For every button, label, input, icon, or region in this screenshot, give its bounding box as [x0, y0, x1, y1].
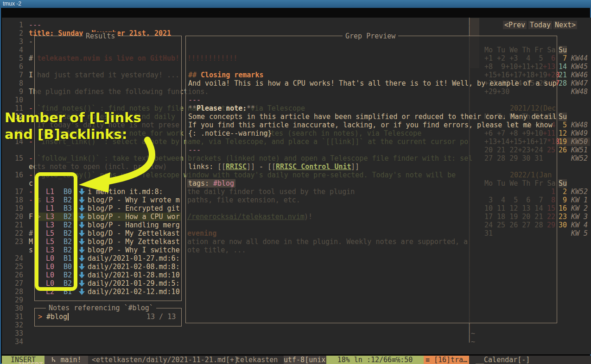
line-number: 18	[15, 196, 23, 204]
nvim-area: ---title: Sunday, November 21st, 2021-#t…	[2, 18, 591, 354]
calendar-sunday[interactable]: 7	[559, 54, 567, 63]
result-filename[interactable]: daily/2021-02-12.md:10	[88, 288, 180, 296]
calendar-week-number: KW50	[571, 138, 588, 146]
calendar-sunday[interactable]: 9	[559, 196, 567, 204]
line-number: 9	[15, 88, 23, 96]
calendar-sunday[interactable]: 23	[559, 213, 567, 221]
result-filename[interactable]: blog/D - My Zettelkast	[88, 229, 180, 238]
result-filename[interactable]: blog/D - My Zettelkast	[88, 238, 180, 246]
line-number: 2	[15, 29, 23, 38]
annotation-line1: Number of [L]inks	[5, 109, 141, 126]
calendar-week-number: KW48	[571, 121, 588, 129]
preview-text: #blog	[213, 179, 234, 188]
plugin-name: telekasten	[236, 356, 282, 364]
line-number: 33	[15, 329, 23, 338]
statusline: INSERT main! <ettelkasten/daily/2021-11-…	[2, 356, 591, 364]
calendar-sunday[interactable]: 16	[559, 204, 567, 213]
preview-text: {: .notice--warning}	[188, 129, 272, 138]
preview-text: Some concepts in this article have been …	[188, 113, 557, 121]
preview-text: RRISC	[226, 163, 247, 171]
result-filename[interactable]: blog/P - How a CPU wor	[88, 213, 180, 221]
calendar-sunday[interactable]: 30	[559, 221, 567, 229]
preview-text: [[	[267, 163, 276, 171]
calendar-week-number: KW48	[571, 88, 588, 96]
preview-text: ---	[188, 146, 201, 154]
line-number: 22	[15, 229, 23, 238]
line-number: 26	[15, 271, 23, 279]
calendar-nav-prev[interactable]: <Prev	[503, 21, 527, 29]
buffer-text: -	[29, 196, 33, 204]
prompt-title: Notes referencing `#blog`	[46, 304, 156, 312]
result-filename[interactable]: daily/2021-01-29.md:5:	[88, 279, 180, 288]
line-number: 20	[15, 213, 23, 221]
preview-text: **	[188, 104, 197, 113]
trailing-whitespace-warning[interactable]: ≡ [16]tra…	[424, 356, 469, 364]
calendar-sunday[interactable]: 28	[559, 79, 567, 88]
calendar-week-number: KW51	[571, 146, 588, 154]
calendar-sunday[interactable]: 19	[559, 138, 567, 146]
empty-line-tilde: ~	[471, 329, 475, 338]
preview-text: -	[259, 163, 263, 171]
line-number: 17	[15, 188, 23, 196]
calendar-sunday[interactable]: 2	[559, 188, 567, 196]
tmux-title: tmux -2	[3, 0, 21, 7]
preview-text: links:	[188, 163, 217, 171]
buffer-text: #	[29, 229, 33, 238]
line-number: 10	[15, 96, 23, 104]
calendar-week-number: KW47	[571, 79, 588, 88]
line-number: 32	[15, 321, 23, 329]
result-filename[interactable]: blog/P - Handling merg	[88, 221, 180, 229]
result-filename[interactable]: i mention it.md:8:	[88, 188, 163, 196]
calendar-nav-next[interactable]: Next>	[553, 21, 577, 29]
result-filename[interactable]: daily/2021-02-08.md:8:	[88, 263, 180, 271]
filename: <ettelkasten/daily/2021-11-21.md[+]	[92, 356, 245, 364]
buffer-text: -	[29, 38, 33, 46]
calendar-sunday-header: Su	[559, 113, 567, 121]
calendar-nav-today[interactable]: Today	[528, 21, 552, 29]
line-number: 4	[15, 46, 23, 54]
line-number: 23	[15, 238, 23, 246]
preview-text: And voila! This is how a CPU works! That…	[188, 79, 557, 88]
terminal-frame: ---title: Sunday, November 21st, 2021-#t…	[0, 8, 591, 364]
calendar-sunday[interactable]: 14	[559, 63, 567, 71]
calendar-week-number: KW46	[571, 71, 588, 79]
calendar-week-number: KW49	[571, 129, 588, 138]
calendar-sunday[interactable]: 5	[559, 121, 567, 129]
annotation-line2: and [B]acklinks:	[5, 126, 127, 143]
tmux-titlebar: tmux -2	[0, 0, 591, 8]
encoding-segment: utf-8[unix]	[284, 356, 326, 364]
calendar-sunday[interactable]: 12	[559, 129, 567, 138]
line-number: 3	[15, 38, 23, 46]
calendar-sunday-header: Su	[559, 46, 567, 54]
result-filename[interactable]: blog/P - Why I wrote m	[88, 196, 180, 204]
calendar-week-number: KW52	[571, 154, 588, 163]
preview-text: ---	[188, 96, 201, 104]
line-number: 19	[15, 204, 23, 213]
buffer-text: -	[29, 171, 33, 179]
preview-title: Grep Preview	[343, 32, 398, 40]
prompt-input[interactable]: #blog	[46, 313, 67, 321]
calendar-sunday[interactable]: 26	[559, 146, 567, 154]
result-filename[interactable]: blog/P - Why I switche	[88, 246, 180, 254]
preview-text: tags:	[188, 179, 213, 188]
line-number: 25	[15, 263, 23, 271]
line-number: 8	[15, 79, 23, 88]
calendar-sunday[interactable]: 21	[559, 71, 567, 79]
calendar-statusline: __Calendar[-]	[476, 356, 591, 364]
result-filename[interactable]: blog/P - Encrypted git	[88, 204, 180, 213]
buffer-text: #	[29, 54, 33, 63]
line-number: 7	[15, 71, 23, 79]
preview-text: [[	[217, 163, 226, 171]
calendar-week-number: KW52	[571, 188, 588, 196]
result-filename[interactable]: daily/2021-01-27.md:6:	[88, 254, 180, 263]
annotation-highlight-box	[35, 172, 77, 291]
calendar-week-number: KW44	[571, 54, 588, 63]
buffer-text: ---	[29, 21, 41, 29]
calendar-week-number: KW 4	[571, 221, 588, 229]
buffer-text: -	[29, 154, 33, 163]
calendar-sunday-header: Su	[559, 179, 567, 188]
calendar-week-number: KW 1	[571, 196, 588, 204]
buffer-text: F	[29, 213, 33, 221]
results-title: Results	[83, 32, 118, 40]
result-filename[interactable]: daily/2021-01-28.md:10	[88, 271, 180, 279]
